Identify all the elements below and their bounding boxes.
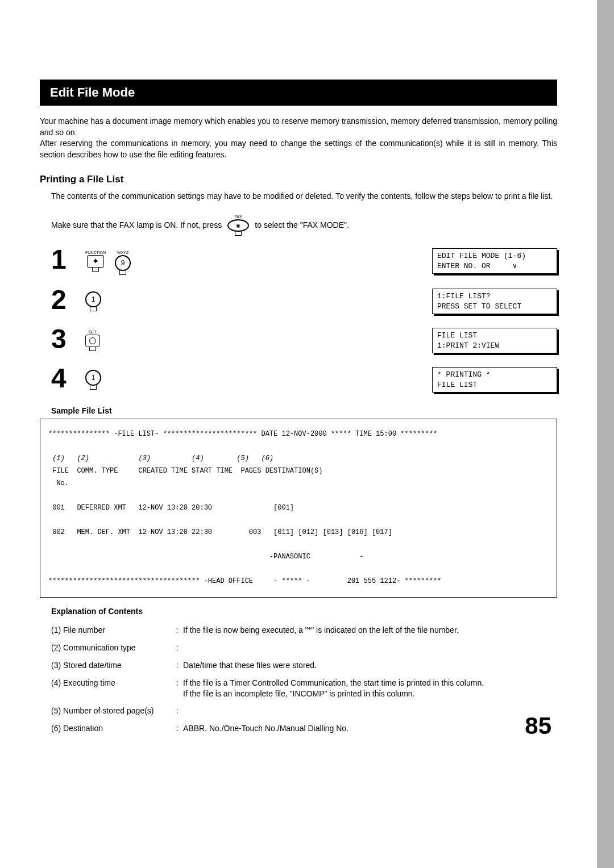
colon: :	[176, 674, 183, 703]
sample-header: *************** -FILE LIST- ************…	[48, 430, 437, 438]
func-button-icon: ✱	[87, 255, 104, 268]
lcd-display: FILE LIST 1:PRINT 2:VIEW	[432, 328, 557, 353]
sample-col-headings: FILE COMM. TYPE CREATED TIME START TIME …	[48, 467, 322, 487]
page-title: Edit File Mode	[40, 80, 557, 106]
lcd-display: EDIT FILE MODE (1-6) ENTER NO. OR ∨	[432, 248, 557, 274]
round-button-icon: 1	[85, 370, 101, 386]
page-number: 85	[525, 712, 551, 740]
explain-desc: ABBR. No./One-Touch No./Manual Dialling …	[183, 720, 557, 737]
intro-paragraph: Your machine has a document image memory…	[40, 116, 557, 160]
table-row: (1) File number:If the file is now being…	[51, 621, 557, 639]
set-button-icon	[85, 335, 100, 347]
explain-label: (1) File number	[51, 621, 176, 639]
make-sure-before: Make sure that the FAX lamp is ON. If no…	[51, 220, 222, 229]
step-number: 2	[51, 287, 85, 312]
sample-row-1: 001 DEFERRED XMT 12-NOV 13:20 20:30 [001…	[48, 504, 294, 512]
steps-container: 1FUNCTION✱WXYZ9EDIT FILE MODE (1-6) ENTE…	[51, 247, 557, 393]
step-buttons: SET	[85, 330, 100, 351]
colon: :	[176, 639, 183, 657]
step-row: 41* PRINTING * FILE LIST	[51, 366, 557, 393]
sample-line-4: -PANASONIC -	[48, 553, 364, 561]
table-row: (2) Communication type:	[51, 639, 557, 657]
step-row: 3SETFILE LIST 1:PRINT 2:VIEW	[51, 327, 557, 353]
explain-label: (5) Number of stored page(s)	[51, 702, 176, 720]
step-buttons: 1	[85, 291, 101, 311]
table-row: (3) Stored date/time:Date/time that thes…	[51, 657, 557, 674]
explain-label: (6) Destination	[51, 720, 176, 737]
make-sure-after: to select the "FAX MODE".	[255, 220, 349, 229]
section-description: The contents of the communication settin…	[51, 191, 557, 202]
section-heading: Printing a File List	[40, 174, 557, 185]
explain-desc	[183, 702, 557, 720]
press-indicator-icon	[90, 307, 97, 311]
step-row: 1FUNCTION✱WXYZ9EDIT FILE MODE (1-6) ENTE…	[51, 247, 557, 275]
explanation-table: (1) File number:If the file is now being…	[51, 621, 557, 737]
button-top-label: FUNCTION	[85, 251, 106, 254]
press-indicator-icon	[90, 385, 97, 390]
press-indicator-icon	[89, 347, 96, 351]
step-number: 1	[51, 247, 85, 272]
lcd-display: 1:FILE LIST? PRESS SET TO SELECT	[432, 289, 557, 314]
step-row: 211:FILE LIST? PRESS SET TO SELECT	[51, 287, 557, 314]
button-stack: 1	[85, 291, 101, 311]
button-stack: 1	[85, 369, 101, 390]
sample-footer: ************************************* -H…	[48, 577, 441, 585]
button-top-label: WXYZ	[117, 251, 128, 254]
make-sure-row: Make sure that the FAX lamp is ON. If no…	[51, 215, 557, 236]
button-stack: SET	[85, 330, 100, 351]
fax-button-label: FAX	[235, 215, 242, 219]
explain-desc: If the file is a Timer Controlled Commun…	[183, 674, 557, 703]
explain-label: (4) Executing time	[51, 674, 176, 703]
explain-desc: If the file is now being executed, a "*"…	[183, 621, 557, 639]
round-button-icon: 9	[115, 255, 131, 271]
press-indicator-icon	[235, 231, 242, 236]
sample-col-index: (1) (2) (3) (4) (5) (6)	[48, 454, 273, 462]
press-indicator-icon	[119, 270, 126, 275]
round-button-icon: 1	[85, 291, 101, 307]
sample-row-2: 002 MEM. DEF. XMT 12-NOV 13:20 22:30 003…	[48, 528, 392, 536]
step-buttons: 1	[85, 369, 101, 390]
table-row: (4) Executing time:If the file is a Time…	[51, 674, 557, 703]
step-number: 3	[51, 327, 85, 351]
colon: :	[176, 657, 183, 674]
explain-desc: Date/time that these files were stored.	[183, 657, 557, 674]
colon: :	[176, 621, 183, 639]
press-indicator-icon	[92, 267, 99, 272]
step-number: 4	[51, 366, 85, 390]
explanation-heading: Explanation of Contents	[51, 607, 557, 616]
colon: :	[176, 720, 183, 737]
intro-line-1: Your machine has a document image memory…	[40, 116, 557, 137]
fax-button-icon: ◉	[227, 219, 249, 232]
button-stack: WXYZ9	[115, 251, 131, 275]
table-row: (6) Destination:ABBR. No./One-Touch No./…	[51, 720, 557, 737]
explain-label: (2) Communication type	[51, 639, 176, 657]
button-top-label: SET	[89, 330, 97, 334]
sample-file-list: *************** -FILE LIST- ************…	[40, 419, 557, 598]
sample-heading: Sample File List	[51, 406, 557, 415]
table-row: (5) Number of stored page(s):	[51, 702, 557, 720]
explain-desc	[183, 639, 557, 657]
step-buttons: FUNCTION✱WXYZ9	[85, 251, 131, 275]
intro-line-2: After reserving the communications in me…	[40, 139, 557, 159]
button-stack: FUNCTION✱	[85, 251, 106, 272]
lcd-display: * PRINTING * FILE LIST	[432, 367, 557, 393]
colon: :	[176, 702, 183, 720]
fax-button: FAX ◉	[227, 215, 249, 236]
explain-label: (3) Stored date/time	[51, 657, 176, 674]
